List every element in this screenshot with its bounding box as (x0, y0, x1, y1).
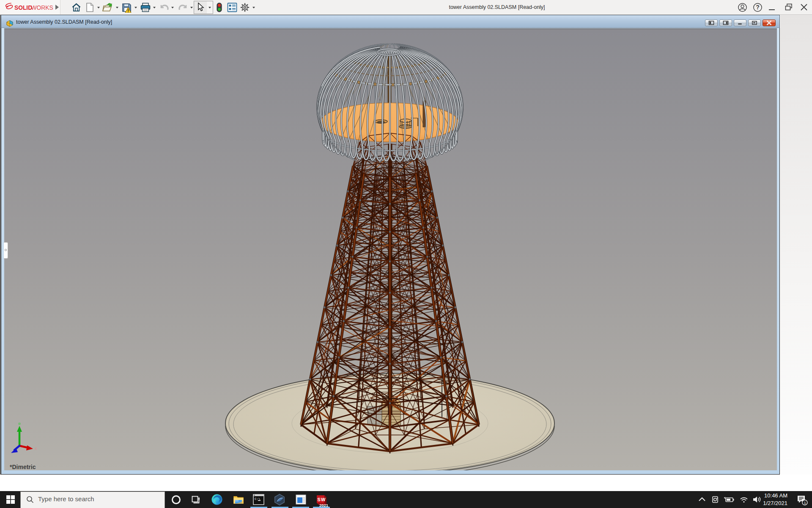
svg-text:x: x (35, 446, 37, 451)
svg-text:SOLID: SOLID (14, 5, 32, 11)
svg-text:C:\: C:\ (255, 497, 261, 501)
svg-text:*Dimetric: *Dimetric (10, 464, 36, 470)
svg-text:S: S (318, 497, 321, 502)
svg-text:W: W (321, 497, 326, 502)
svg-text:WORKS: WORKS (31, 5, 53, 11)
svg-text:?: ? (756, 4, 760, 11)
svg-text:1: 1 (804, 501, 806, 505)
